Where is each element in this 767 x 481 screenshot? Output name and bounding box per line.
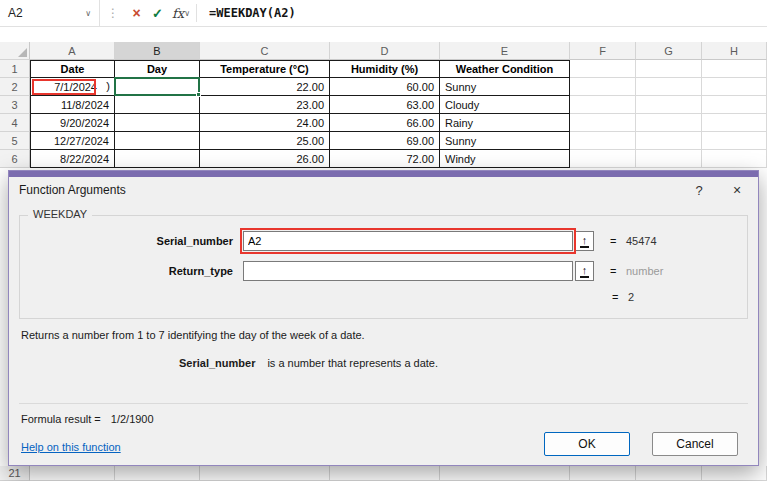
row-header-4[interactable]: 4 [0, 114, 30, 132]
cell-e2[interactable]: Sunny [440, 78, 570, 96]
cell-f5[interactable] [570, 132, 636, 150]
cell-g1[interactable] [636, 60, 702, 78]
argument-name: Serial_number [179, 357, 255, 369]
cancel-button[interactable]: Cancel [652, 432, 738, 456]
excel-window: A2 ∨ ⋮ × ✓ fx ∨ =WEEKDAY(A2) A B C D E F… [0, 0, 767, 481]
ok-button[interactable]: OK [544, 432, 630, 456]
dialog-close-icon[interactable]: × [718, 177, 756, 203]
cell-f3[interactable] [570, 96, 636, 114]
cell-e3[interactable]: Cloudy [440, 96, 570, 114]
row-header-5[interactable]: 5 [0, 132, 30, 150]
column-header-d[interactable]: D [330, 42, 440, 60]
cell-h21[interactable] [702, 466, 767, 481]
cell-f6[interactable] [570, 150, 636, 168]
select-all-triangle-icon [18, 48, 27, 57]
cell-a4[interactable]: 9/20/2024 [30, 114, 115, 132]
cell-g4[interactable] [636, 114, 702, 132]
cell-e1[interactable]: Weather Condition [440, 60, 570, 78]
name-box[interactable]: A2 ∨ [0, 0, 100, 26]
serial-number-input[interactable] [243, 231, 573, 251]
dialog-separator [19, 403, 748, 404]
name-box-value: A2 [8, 6, 23, 20]
cell-d4[interactable]: 66.00 [330, 114, 440, 132]
sheet-row-6: 6 8/22/2024 26.00 72.00 Windy [0, 150, 767, 168]
cell-b1[interactable]: Day [115, 60, 200, 78]
return-type-result: number [626, 265, 663, 277]
cell-e21[interactable] [440, 466, 570, 481]
cell-g21[interactable] [636, 466, 702, 481]
confirm-entry-icon[interactable]: ✓ [147, 6, 168, 21]
cell-c21[interactable] [200, 466, 330, 481]
sheet-row-3: 3 11/8/2024 23.00 63.00 Cloudy [0, 96, 767, 114]
cell-a6[interactable]: 8/22/2024 [30, 150, 115, 168]
row-header-3[interactable]: 3 [0, 96, 30, 114]
column-header-g[interactable]: G [636, 42, 702, 60]
cell-h6[interactable] [702, 150, 767, 168]
cell-c3[interactable]: 23.00 [200, 96, 330, 114]
range-selector-arrow-icon: ↑ [582, 265, 588, 276]
row-header-1[interactable]: 1 [0, 60, 30, 78]
cell-h3[interactable] [702, 96, 767, 114]
dialog-titlebar[interactable]: Function Arguments ? × [9, 177, 758, 203]
cell-b6[interactable] [115, 150, 200, 168]
cell-b4[interactable] [115, 114, 200, 132]
cell-h2[interactable] [702, 78, 767, 96]
cell-c1[interactable]: Temperature (°C) [200, 60, 330, 78]
cell-h1[interactable] [702, 60, 767, 78]
row-header-21[interactable]: 21 [0, 466, 30, 481]
return-type-range-selector-button[interactable]: ↑ [575, 261, 594, 281]
formula-result: Formula result = 1/2/1900 [21, 413, 154, 425]
cell-c5[interactable]: 25.00 [200, 132, 330, 150]
cell-f1[interactable] [570, 60, 636, 78]
cell-g5[interactable] [636, 132, 702, 150]
cell-c2[interactable]: 22.00 [200, 78, 330, 96]
help-link[interactable]: Help on this function [21, 441, 121, 453]
cell-g3[interactable] [636, 96, 702, 114]
cell-h4[interactable] [702, 114, 767, 132]
cell-f2[interactable] [570, 78, 636, 96]
column-header-c[interactable]: C [200, 42, 330, 60]
return-type-input[interactable] [243, 261, 573, 281]
cell-d1[interactable]: Humidity (%) [330, 60, 440, 78]
fx-chevron-icon[interactable]: ∨ [184, 9, 190, 18]
cell-g6[interactable] [636, 150, 702, 168]
cell-f21[interactable] [570, 466, 636, 481]
cell-e4[interactable]: Rainy [440, 114, 570, 132]
serial-number-range-selector-button[interactable]: ↑ [575, 231, 594, 251]
cell-d5[interactable]: 69.00 [330, 132, 440, 150]
cell-a3[interactable]: 11/8/2024 [30, 96, 115, 114]
row-header-6[interactable]: 6 [0, 150, 30, 168]
cell-b3[interactable] [115, 96, 200, 114]
cell-b21[interactable] [115, 466, 200, 481]
cell-d6[interactable]: 72.00 [330, 150, 440, 168]
row-header-2[interactable]: 2 [0, 78, 30, 96]
cell-b5[interactable] [115, 132, 200, 150]
cell-c4[interactable]: 24.00 [200, 114, 330, 132]
column-header-b[interactable]: B [115, 42, 200, 60]
cell-a5[interactable]: 12/27/2024 [30, 132, 115, 150]
function-group-label: WEEKDAY [28, 208, 92, 220]
fill-handle[interactable] [196, 92, 201, 97]
cell-d3[interactable]: 63.00 [330, 96, 440, 114]
name-box-chevron-icon[interactable]: ∨ [85, 9, 91, 18]
cell-c6[interactable]: 26.00 [200, 150, 330, 168]
cell-a1[interactable]: Date [30, 60, 115, 78]
cell-h5[interactable] [702, 132, 767, 150]
formula-input[interactable]: =WEEKDAY(A2) [209, 6, 296, 20]
cell-d2[interactable]: 60.00 [330, 78, 440, 96]
cell-a21[interactable] [30, 466, 115, 481]
column-header-f[interactable]: F [570, 42, 636, 60]
column-header-a[interactable]: A [30, 42, 115, 60]
cell-e6[interactable]: Windy [440, 150, 570, 168]
column-header-h[interactable]: H [702, 42, 767, 60]
insert-function-icon[interactable]: fx [168, 6, 184, 21]
dialog-help-button[interactable]: ? [680, 177, 718, 203]
cancel-entry-icon[interactable]: × [126, 5, 147, 21]
cell-d21[interactable] [330, 466, 440, 481]
column-header-e[interactable]: E [440, 42, 570, 60]
serial-number-result: 45474 [626, 235, 657, 247]
cell-e5[interactable]: Sunny [440, 132, 570, 150]
cell-f4[interactable] [570, 114, 636, 132]
cell-g2[interactable] [636, 78, 702, 96]
select-all-button[interactable] [0, 42, 30, 60]
